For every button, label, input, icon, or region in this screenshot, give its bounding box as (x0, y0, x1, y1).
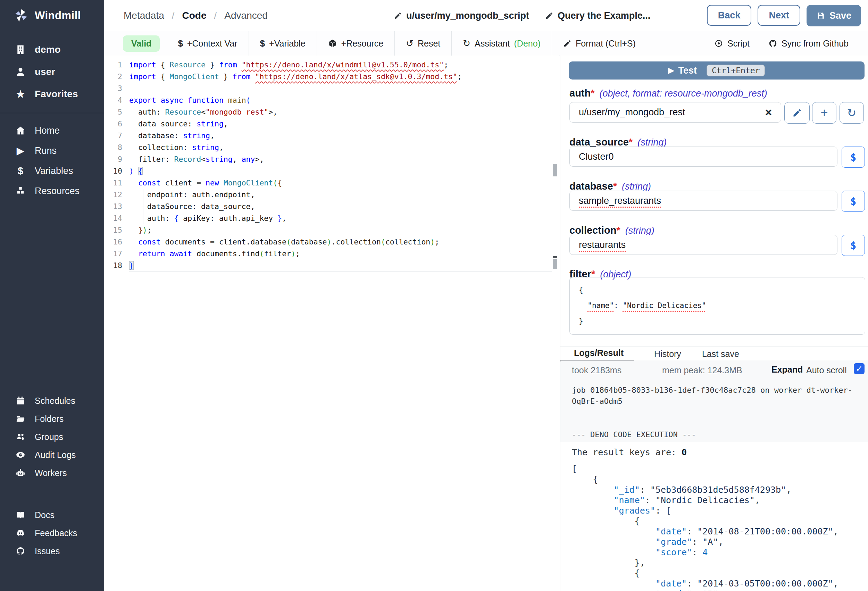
filter-json-editor[interactable]: { "name": "Nordic Delicacies"} (570, 277, 865, 335)
line-number[interactable]: 18 (104, 260, 122, 272)
github-icon (768, 39, 777, 48)
sidebar-item-home[interactable]: Home (0, 121, 104, 140)
result-line: "name": "Nordic Delicacies", (572, 495, 838, 505)
sidebar-item-runs[interactable]: ▶ Runs (0, 140, 104, 161)
brand-logo[interactable]: Windmill (0, 0, 104, 31)
code-line[interactable]: const documents = client.database(databa… (129, 236, 552, 248)
tab-code[interactable]: Code (182, 10, 207, 21)
edit-resource-button[interactable] (784, 102, 810, 124)
tab-history[interactable]: History (654, 347, 681, 361)
auto-scroll-checkbox[interactable]: ✓ (854, 363, 865, 374)
sidebar-item-workers[interactable]: Workers (0, 464, 104, 482)
line-number[interactable]: 16 (104, 236, 122, 248)
sidebar-item-schedules[interactable]: Schedules (0, 392, 104, 410)
code-line[interactable]: const client = new MongoClient({ (129, 177, 552, 189)
save-button[interactable]: Save (806, 5, 861, 27)
code-line[interactable]: import { MongoClient } from "https://den… (129, 71, 552, 83)
tab-last-save[interactable]: Last save (702, 347, 739, 361)
data-source-input[interactable]: Cluster0 (570, 146, 837, 167)
line-number[interactable]: 6 (104, 118, 122, 130)
line-number[interactable]: 13 (104, 201, 122, 213)
add-variable-button[interactable]: $ +Variable (249, 35, 317, 52)
code-line[interactable]: data_source: string, (129, 118, 552, 130)
code-line[interactable]: dataSource: data_source, (129, 201, 552, 213)
line-number[interactable]: 14 (104, 213, 122, 224)
add-context-var-button[interactable]: $ +Context Var (167, 35, 248, 52)
sidebar-item-user[interactable]: user (0, 61, 104, 83)
line-number[interactable]: 10 (104, 165, 122, 177)
next-button[interactable]: Next (757, 5, 800, 26)
editor-gutter[interactable]: 123456789101112131415161718 (104, 59, 122, 272)
assistant-button[interactable]: ↻ Assistant (Deno) (452, 35, 552, 52)
line-number[interactable]: 3 (104, 83, 122, 95)
add-resource-button[interactable]: + (812, 102, 836, 124)
line-number[interactable]: 17 (104, 248, 122, 260)
plus-icon: + (821, 106, 828, 120)
code-line[interactable]: filter: Record<string, any>, (129, 154, 552, 165)
sidebar-item-workspace[interactable]: demo (0, 38, 104, 61)
code-line[interactable]: database: string, (129, 130, 552, 142)
pencil-icon (545, 12, 554, 20)
line-number[interactable]: 8 (104, 142, 122, 154)
filter-line[interactable]: { (579, 282, 865, 298)
format-button[interactable]: Format (Ctrl+S) (552, 35, 647, 52)
code-line[interactable]: ) { (129, 165, 552, 177)
sidebar-item-favorites[interactable]: ★ Favorites (0, 83, 104, 105)
refresh-resource-button[interactable]: ↻ (840, 102, 864, 124)
overview-ruler-mark (553, 164, 557, 176)
collection-input[interactable]: restaurants (570, 235, 837, 255)
sync-from-github-button[interactable]: Sync from Github (768, 35, 849, 52)
back-button[interactable]: Back (707, 5, 752, 26)
script-path[interactable]: u/user/my_mongodb_script (394, 10, 529, 21)
reset-button[interactable]: ↺ Reset (395, 35, 451, 52)
code-line[interactable]: auth: Resource<"mongodb_rest">, (129, 106, 552, 118)
pen-icon (563, 39, 571, 47)
code-line[interactable]: import { Resource } from "https://deno.l… (129, 59, 552, 71)
line-number[interactable]: 15 (104, 224, 122, 236)
test-button[interactable]: ▶ Test Ctrl+Enter (569, 62, 865, 80)
line-number[interactable]: 11 (104, 177, 122, 189)
sidebar-item-feedbacks[interactable]: Feedbacks (0, 524, 104, 542)
code-line[interactable]: endpoint: auth.endpoint, (129, 189, 552, 201)
tab-advanced[interactable]: Advanced (224, 10, 268, 21)
database-input[interactable]: sample_restaurants (570, 191, 837, 211)
auth-resource-input[interactable]: u/user/my_mongodb_rest × (570, 102, 781, 123)
sidebar-item-variables[interactable]: $ Variables (0, 161, 104, 181)
filter-line[interactable]: } (579, 313, 865, 329)
line-number[interactable]: 7 (104, 130, 122, 142)
expand-button[interactable]: Expand (772, 365, 803, 375)
sidebar-item-docs[interactable]: Docs (0, 506, 104, 524)
clear-icon[interactable]: × (765, 106, 772, 118)
code-line[interactable]: } (129, 260, 552, 272)
line-number[interactable]: 5 (104, 106, 122, 118)
code-line[interactable]: auth: { apiKey: auth.api_key }, (129, 213, 552, 224)
breadcrumb: Metadata / Code / Advanced (124, 0, 268, 31)
sidebar-item-issues[interactable]: Issues (0, 542, 104, 560)
code-line[interactable]: }); (129, 224, 552, 236)
sidebar-item-folders[interactable]: Folders (0, 410, 104, 428)
data-source-var-picker-button[interactable]: $ (841, 146, 865, 168)
sidebar-item-label: Feedbacks (35, 528, 77, 538)
line-number[interactable]: 9 (104, 154, 122, 165)
code-line[interactable]: return await documents.find(filter); (129, 248, 552, 260)
tab-logs-result[interactable]: Logs/Result (560, 346, 634, 362)
sidebar-item-groups[interactable]: Groups (0, 428, 104, 446)
code-line[interactable]: export async function main( (129, 95, 552, 106)
sidebar-item-audit-logs[interactable]: Audit Logs (0, 446, 104, 464)
code-editor[interactable]: 123456789101112131415161718 import { Res… (104, 56, 559, 591)
editor-content[interactable]: import { Resource } from "https://deno.l… (129, 59, 552, 272)
script-summary[interactable]: Query the Example... (545, 10, 650, 21)
line-number[interactable]: 4 (104, 95, 122, 106)
script-kind-button[interactable]: Script (714, 35, 750, 52)
add-resource-button[interactable]: +Resource (317, 35, 395, 52)
line-number[interactable]: 12 (104, 189, 122, 201)
code-line[interactable]: collection: string, (129, 142, 552, 154)
tab-metadata[interactable]: Metadata (124, 10, 164, 21)
line-number[interactable]: 1 (104, 59, 122, 71)
line-number[interactable]: 2 (104, 71, 122, 83)
sidebar-item-resources[interactable]: Resources (0, 181, 104, 201)
database-var-picker-button[interactable]: $ (841, 191, 865, 212)
code-line[interactable] (129, 83, 552, 95)
filter-line[interactable]: "name": "Nordic Delicacies" (579, 298, 865, 313)
collection-var-picker-button[interactable]: $ (841, 235, 865, 256)
